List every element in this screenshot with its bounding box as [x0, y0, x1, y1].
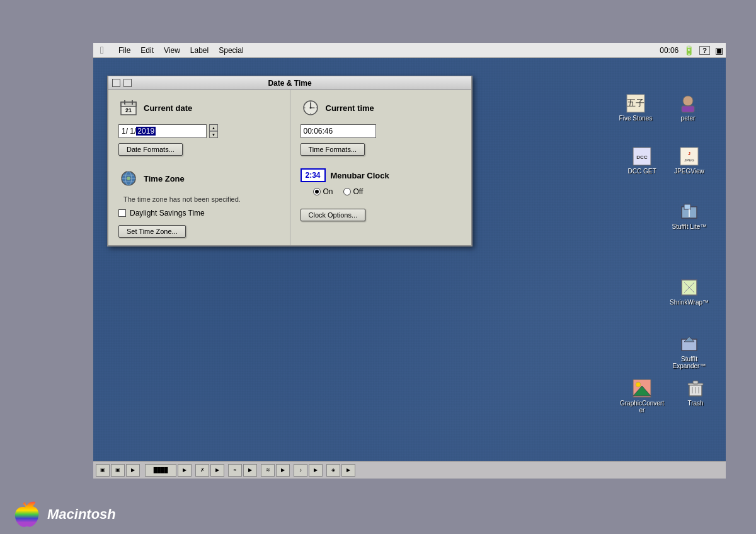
dcc-get-label: DCC GET — [628, 168, 656, 175]
menu-label[interactable]: Label — [185, 43, 214, 57]
graphic-converter-icon — [632, 378, 652, 398]
trash-icon — [685, 378, 706, 398]
taskbar-item-1[interactable]: ▣ — [96, 464, 110, 477]
set-time-zone-button[interactable]: Set Time Zone... — [118, 225, 186, 238]
svg-rect-30 — [684, 204, 690, 209]
desktop-icon-dccget[interactable]: DCC DCC GET — [619, 146, 665, 175]
time-zone-text: The time zone has not been specified. — [118, 195, 280, 204]
menubar-right: 00:06 🔋 ? ▣ — [660, 45, 723, 55]
graphic-converter-label: GraphicConverter — [619, 400, 665, 414]
taskbar-item-4[interactable]: ▶ — [178, 464, 192, 477]
menu-view[interactable]: View — [159, 43, 185, 57]
taskbar-item-13[interactable]: ◈ — [326, 464, 340, 477]
radio-on-option[interactable]: On — [313, 187, 333, 196]
macintosh-label: Macintosh — [47, 506, 116, 523]
five-stones-icon: 五子 — [626, 93, 646, 113]
time-zone-section: Time Zone The time zone has not been spe… — [118, 163, 280, 204]
globe-icon — [118, 168, 139, 189]
battery-icon: 🔋 — [684, 45, 694, 55]
desktop-icon-graphic-converter[interactable]: GraphicConverter — [619, 378, 665, 414]
daylight-savings-checkbox[interactable] — [118, 209, 126, 217]
stuffit-expander-icon — [679, 334, 699, 354]
svg-rect-42 — [693, 381, 698, 384]
mac-branding: 🍎 Macintosh — [13, 501, 116, 528]
menu-file[interactable]: File — [113, 43, 135, 57]
svg-text:J: J — [688, 151, 690, 156]
menubar-clock-section: 2:34 Menubar Clock — [301, 168, 462, 182]
trash-label: Trash — [687, 400, 703, 407]
clock-icon — [301, 98, 321, 118]
radio-on-label: On — [323, 187, 333, 196]
dialog-titlebar: Date & Time — [108, 76, 471, 90]
menubar-clock-label: Menubar Clock — [331, 171, 389, 180]
daylight-savings-row: Daylight Savings Time — [118, 209, 280, 218]
time-formats-row: Time Formats... — [301, 143, 462, 156]
taskbar-item-11[interactable]: ♪ — [294, 464, 307, 477]
taskbar: ▣ ▣ ▶ ████ ▶ ✗ ▶ ≈ ▶ ≋ ▶ ♪ ▶ ◈ ▶ — [93, 461, 726, 479]
current-date-label: Current date — [144, 103, 192, 113]
taskbar-item-14[interactable]: ▶ — [341, 464, 355, 477]
date-input-row: 1/ 1/2019 ▲ ▼ — [118, 124, 280, 138]
monitor-icon[interactable]: ▣ — [715, 45, 723, 55]
date-year-selected: 2019 — [136, 127, 156, 136]
taskbar-item-6[interactable]: ▶ — [210, 464, 224, 477]
time-formats-button[interactable]: Time Formats... — [301, 143, 365, 156]
svg-rect-23 — [682, 106, 694, 112]
taskbar-item-12[interactable]: ▶ — [309, 464, 323, 477]
menu-special[interactable]: Special — [214, 43, 248, 57]
taskbar-item-7[interactable]: ≈ — [228, 464, 242, 477]
peter-icon — [678, 93, 698, 113]
menu-edit[interactable]: Edit — [135, 43, 159, 57]
date-stepper[interactable]: ▲ ▼ — [209, 124, 218, 138]
desktop-icon-trash[interactable]: Trash — [673, 378, 718, 407]
current-time-label: Current time — [326, 103, 374, 113]
clock-options-button[interactable]: Clock Options... — [301, 209, 366, 221]
taskbar-item-10[interactable]: ▶ — [276, 464, 290, 477]
time-display-field[interactable]: 00:06:46 — [301, 124, 376, 138]
menubar:  File Edit View Label Special 00:06 🔋 ?… — [93, 43, 726, 58]
stepper-down[interactable]: ▼ — [210, 131, 217, 137]
clock-badge: 2:34 — [301, 168, 326, 182]
desktop-icon-stuffit-expander[interactable]: StuffIt Expander™ — [667, 334, 712, 369]
svg-text:JPEG: JPEG — [684, 158, 694, 162]
stuffit-expander-label: StuffIt Expander™ — [667, 356, 712, 369]
zoom-box[interactable] — [123, 79, 132, 87]
radio-off-option[interactable]: Off — [343, 187, 364, 196]
desktop-icon-jpegview[interactable]: J JPEG JPEGView — [667, 146, 712, 175]
dcc-get-icon: DCC — [632, 146, 652, 166]
bottom-apple-logo: 🍎 — [13, 501, 41, 528]
on-off-radio-row: On Off — [301, 187, 462, 196]
set-timezone-row: Set Time Zone... — [118, 225, 280, 238]
stuffit-lite-icon — [679, 202, 699, 222]
radio-off-label: Off — [353, 187, 364, 196]
taskbar-item-3[interactable]: ▶ — [126, 464, 140, 477]
apple-menu[interactable]:  — [96, 44, 108, 57]
close-box[interactable] — [112, 79, 120, 87]
stepper-up[interactable]: ▲ — [210, 125, 217, 131]
desktop-icon-five-stones[interactable]: 五子 Five Stones — [613, 93, 658, 122]
taskbar-item-5[interactable]: ✗ — [195, 464, 209, 477]
desktop-icon-peter[interactable]: peter — [665, 93, 711, 122]
date-formats-button[interactable]: Date Formats... — [118, 143, 183, 156]
svg-point-22 — [683, 96, 693, 106]
radio-on[interactable] — [313, 188, 321, 195]
desktop-icon-shrinkwrap[interactable]: ShrinkWrap™ — [667, 277, 712, 306]
date-input-field[interactable]: 1/ 1/2019 — [118, 124, 207, 138]
svg-rect-26 — [680, 148, 698, 165]
shrinkwrap-label: ShrinkWrap™ — [670, 299, 709, 306]
time-value: 00:06:46 — [304, 127, 333, 136]
taskbar-item-2[interactable]: ▣ — [111, 464, 125, 477]
svg-text:21: 21 — [125, 107, 132, 113]
taskbar-progress-bar[interactable]: ████ — [145, 464, 176, 477]
shrinkwrap-icon — [679, 277, 699, 298]
peter-label: peter — [681, 115, 696, 122]
taskbar-item-8[interactable]: ▶ — [243, 464, 257, 477]
help-icon[interactable]: ? — [699, 46, 710, 55]
current-date-section: 21 M Current date — [118, 98, 280, 118]
dialog-left-panel: 21 M Current date 1/ 1/2019 ▲ ▼ Date For… — [108, 90, 290, 245]
taskbar-item-9[interactable]: ≋ — [261, 464, 275, 477]
apple-logo-icon:  — [100, 45, 104, 56]
desktop-icon-stuffit-lite[interactable]: StuffIt Lite™ — [667, 202, 712, 230]
svg-point-11 — [127, 177, 130, 180]
radio-off[interactable] — [343, 188, 351, 195]
